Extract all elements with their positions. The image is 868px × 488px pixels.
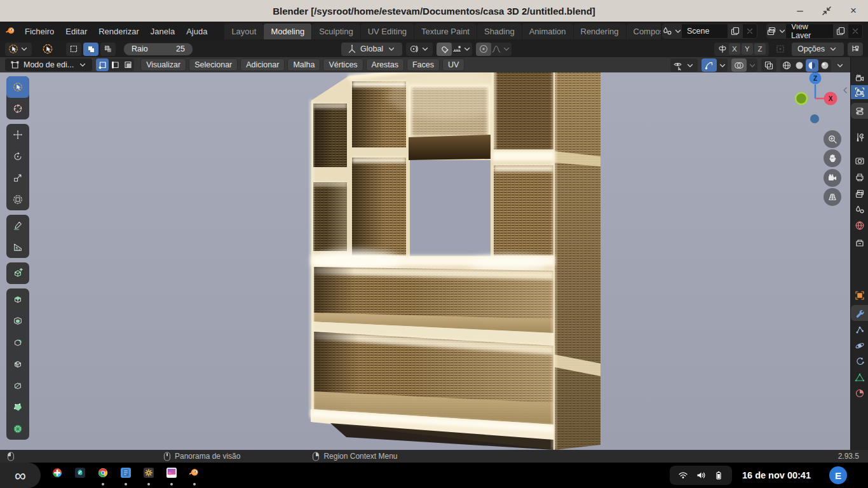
vertex-select-mode-button[interactable] xyxy=(96,58,109,71)
perspective-toggle-button[interactable] xyxy=(824,188,841,206)
viewport-menu-uv[interactable]: UV xyxy=(442,58,465,71)
chevron-down-icon[interactable] xyxy=(717,60,728,71)
bevel-tool-button[interactable] xyxy=(6,332,29,353)
properties-tab-properties[interactable] xyxy=(851,103,868,119)
knife-tool-button[interactable] xyxy=(6,375,29,396)
transform-orientation-dropdown[interactable]: Global xyxy=(341,43,402,56)
minimize-button[interactable]: – xyxy=(792,3,808,19)
shading-options-chevron-icon[interactable] xyxy=(835,60,845,71)
chevron-down-icon[interactable] xyxy=(747,60,757,71)
workspace-tab-sculpting[interactable]: Sculpting xyxy=(312,24,360,39)
shading-rendered-button[interactable] xyxy=(818,59,831,72)
scene-unlink-button[interactable] xyxy=(743,24,757,38)
rotate-tool-button[interactable] xyxy=(6,146,29,167)
3d-viewport[interactable]: Modo de edi... VisualizarSelecionarAdici… xyxy=(0,57,850,450)
proportional-falloff-dropdown[interactable] xyxy=(491,43,512,56)
edge-select-mode-button[interactable] xyxy=(109,58,121,71)
options-dropdown[interactable]: Opções xyxy=(792,43,844,56)
properties-tab-constraints[interactable] xyxy=(851,353,868,369)
viewport-menu-vértices[interactable]: Vértices xyxy=(323,58,363,71)
shading-material-button[interactable] xyxy=(806,59,818,72)
view-layer-new-copy-button[interactable] xyxy=(833,24,848,38)
mirror-z-button[interactable]: Z xyxy=(754,43,766,55)
workspace-tab-layout[interactable]: Layout xyxy=(224,24,263,39)
viewport-menu-malha[interactable]: Malha xyxy=(287,58,320,71)
scene-new-copy-button[interactable] xyxy=(728,24,743,38)
mirror-x-button[interactable]: X xyxy=(729,43,740,55)
taskbar-app-chrome[interactable] xyxy=(94,464,111,486)
properties-tab-particles[interactable] xyxy=(851,322,868,337)
menu-ajuda[interactable]: Ajuda xyxy=(180,24,213,39)
workspace-tab-compositing[interactable]: Compositing xyxy=(627,24,661,39)
pan-button[interactable] xyxy=(824,149,841,167)
extrude-region-tool-button[interactable] xyxy=(6,288,29,310)
sidebar-collapse-arrow[interactable] xyxy=(840,85,850,95)
snap-toggle-button[interactable] xyxy=(437,43,452,56)
taskbar-app-files[interactable] xyxy=(117,464,134,486)
workspace-tab-shading[interactable]: Shading xyxy=(477,24,522,39)
taskbar-app-blender[interactable] xyxy=(186,464,203,486)
taskbar-app-settings[interactable] xyxy=(140,464,157,486)
os-menu-button[interactable]: ∞ xyxy=(0,463,41,488)
blender-logo-icon[interactable] xyxy=(4,26,18,36)
properties-tab-physics[interactable] xyxy=(851,337,868,353)
workspace-tab-uv-editing[interactable]: UV Editing xyxy=(361,24,414,39)
poly-build-tool-button[interactable] xyxy=(6,396,29,418)
navigation-gizmo[interactable]: Z X xyxy=(790,72,847,135)
move-tool-button[interactable] xyxy=(6,124,29,146)
loop-cut-tool-button[interactable] xyxy=(6,353,29,375)
taskbar-app-photos[interactable] xyxy=(163,464,180,486)
face-select-mode-button[interactable] xyxy=(121,58,134,71)
properties-tab-world[interactable] xyxy=(851,217,868,233)
properties-tab-scene[interactable] xyxy=(851,201,868,217)
add-cube-tool-button[interactable] xyxy=(6,262,29,284)
gizmo-y-axis[interactable] xyxy=(796,93,807,104)
mirror-y-button[interactable]: Y xyxy=(742,43,753,55)
viewport-menu-visualizar[interactable]: Visualizar xyxy=(140,58,186,71)
xray-toggle[interactable] xyxy=(761,58,776,72)
select-circle-tool-button[interactable] xyxy=(38,43,57,56)
outliner-item-camera[interactable] xyxy=(851,71,868,85)
visibility-dropdown[interactable] xyxy=(670,58,698,72)
annotate-tool-button[interactable] xyxy=(6,215,29,236)
properties-tab-object[interactable] xyxy=(851,287,868,303)
viewport-canvas[interactable] xyxy=(0,72,850,450)
shading-solid-button[interactable] xyxy=(793,59,806,72)
select-mode-new-button[interactable] xyxy=(66,43,81,56)
snap-base-disabled-button[interactable] xyxy=(773,43,788,56)
properties-tab-view-layer[interactable] xyxy=(851,186,868,201)
view-layer-selector[interactable]: View Layer xyxy=(766,24,863,39)
spin-tool-button[interactable] xyxy=(6,418,29,440)
scene-datablock-icon[interactable] xyxy=(663,24,682,38)
inset-faces-tool-button[interactable] xyxy=(6,310,29,332)
shading-wireframe-button[interactable] xyxy=(780,59,793,72)
workspace-tab-rendering[interactable]: Rendering xyxy=(574,24,626,39)
tool-settings-corner-button[interactable] xyxy=(848,43,863,56)
viewport-menu-adicionar[interactable]: Adicionar xyxy=(240,58,285,71)
select-circle-tool-button[interactable] xyxy=(6,76,29,98)
viewport-menu-arestas[interactable]: Arestas xyxy=(366,58,404,71)
properties-tab-material[interactable] xyxy=(851,385,868,401)
menu-renderizar[interactable]: Renderizar xyxy=(93,24,145,39)
pivot-point-dropdown[interactable] xyxy=(406,43,433,56)
active-tool-dropdown[interactable] xyxy=(5,43,32,56)
properties-tab-output[interactable] xyxy=(851,169,868,185)
cursor-3d-tool-button[interactable] xyxy=(6,98,29,119)
show-overlays-toggle[interactable] xyxy=(731,58,747,72)
clock[interactable]: 16 de nov 00:41 xyxy=(742,470,811,480)
transform-tool-button[interactable] xyxy=(6,189,29,210)
user-avatar[interactable]: E xyxy=(829,466,847,484)
properties-tab-tool[interactable] xyxy=(851,129,868,145)
viewport-menu-selecionar[interactable]: Selecionar xyxy=(189,58,238,71)
workspace-tab-texture-paint[interactable]: Texture Paint xyxy=(414,24,477,39)
view-layer-remove-button[interactable] xyxy=(848,24,862,38)
snap-increment-dropdown[interactable] xyxy=(452,43,472,56)
zoom-button[interactable] xyxy=(824,130,841,148)
properties-tab-modifiers[interactable] xyxy=(851,305,868,321)
properties-tab-render[interactable] xyxy=(851,152,868,168)
scale-tool-button[interactable] xyxy=(6,167,29,189)
menu-janela[interactable]: Janela xyxy=(145,24,180,39)
proportional-edit-toggle[interactable] xyxy=(476,43,491,56)
radius-slider[interactable]: Raio 25 xyxy=(123,43,193,56)
close-button[interactable]: × xyxy=(845,3,862,19)
